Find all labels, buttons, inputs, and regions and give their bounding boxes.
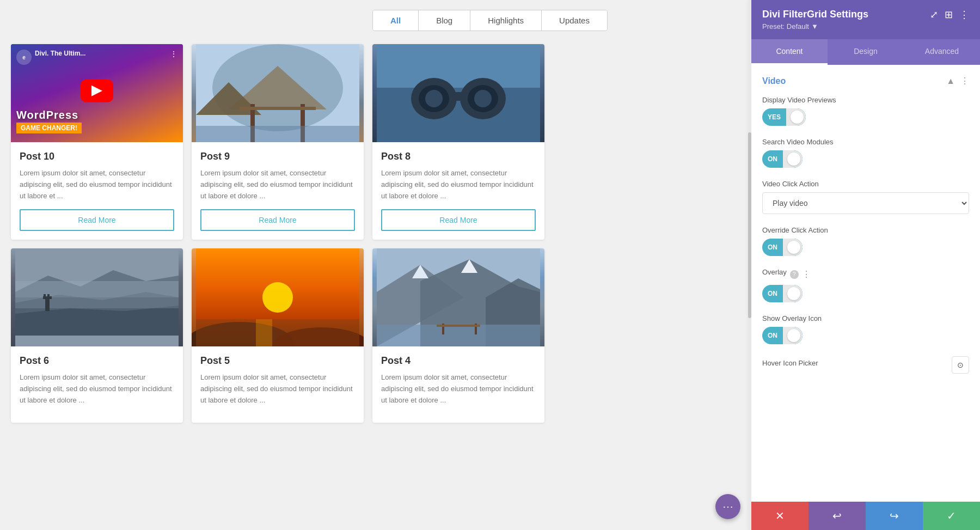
overlay-label-row: Overlay ? ⋮	[762, 268, 969, 281]
svg-point-15	[425, 90, 443, 107]
post6-title: Post 6	[20, 355, 174, 367]
post-grid: e Divi. The Ultim... ⋮ WordPress GAME CH…	[0, 44, 555, 423]
filter-tabs: All Blog Highlights Updates	[372, 10, 608, 31]
post4-title: Post 4	[381, 355, 536, 367]
save-button[interactable]: ✓	[923, 502, 980, 530]
read-more-post9[interactable]: Read More	[200, 209, 355, 231]
toggle-yes-knob-area	[786, 108, 806, 126]
card-post6: Post 6 Lorem ipsum dolor sit amet, conse…	[11, 248, 183, 422]
video-section-title: Video	[762, 76, 786, 86]
card-body-post4: Post 4 Lorem ipsum dolor sit amet, conse…	[372, 346, 544, 422]
post9-svg	[192, 44, 364, 142]
section-collapse-icon[interactable]: ▲	[946, 76, 955, 86]
toggle-on-label-override: ON	[762, 243, 783, 251]
search-video-modules-label: Search Video Modules	[762, 138, 969, 146]
toggle-on-knob-area-override	[783, 239, 803, 256]
setting-video-click-action: Video Click Action Play video Open light…	[762, 180, 969, 214]
svg-rect-22	[15, 297, 179, 308]
tab-all[interactable]: All	[373, 10, 419, 31]
read-more-post10[interactable]: Read More	[20, 209, 174, 231]
toggle-on-label-overlay-icon: ON	[762, 332, 783, 339]
svg-point-16	[474, 90, 492, 107]
svg-rect-21	[15, 281, 179, 297]
scrollbar-track	[748, 0, 751, 530]
show-overlay-icon-label: Show Overlay Icon	[762, 314, 969, 322]
video-click-action-label: Video Click Action	[762, 180, 969, 188]
video-click-action-select[interactable]: Play video Open lightbox Custom URL	[762, 192, 969, 214]
scrollbar-thumb[interactable]	[748, 132, 751, 318]
post9-title: Post 9	[200, 151, 355, 162]
video-more-icon[interactable]: ⋮	[170, 50, 177, 58]
tab-highlights[interactable]: Highlights	[470, 10, 542, 31]
override-click-action-toggle[interactable]: ON	[762, 239, 803, 256]
search-video-modules-toggle[interactable]: ON	[762, 150, 803, 168]
tab-content[interactable]: Content	[751, 39, 828, 65]
cancel-button[interactable]: ✕	[751, 502, 808, 530]
svg-rect-39	[377, 325, 540, 346]
toggle-on-knob-override	[787, 241, 800, 254]
expand-icon[interactable]: ⤢	[930, 9, 938, 21]
post6-image	[11, 248, 183, 346]
card-post9: Post 9 Lorem ipsum dolor sit amet, conse…	[192, 44, 364, 240]
card-body-post9: Post 9 Lorem ipsum dolor sit amet, conse…	[192, 142, 364, 240]
undo-button[interactable]: ↩	[808, 502, 866, 530]
post8-svg	[372, 44, 544, 142]
svg-rect-23	[45, 297, 50, 311]
toggle-yes-label: YES	[762, 113, 786, 121]
split-icon[interactable]: ⊞	[945, 9, 953, 21]
setting-display-video-previews: Display Video Previews YES	[762, 96, 969, 126]
play-button[interactable]	[81, 80, 113, 102]
tab-updates[interactable]: Updates	[542, 10, 607, 31]
setting-override-click-action: Override Click Action ON	[762, 226, 969, 256]
post6-excerpt: Lorem ipsum dolor sit amet, consectetur …	[20, 372, 174, 406]
settings-header-text: Divi FilterGrid Settings Preset: Default…	[762, 9, 868, 31]
post9-image	[192, 44, 364, 142]
svg-rect-31	[196, 319, 359, 346]
video-title: Divi. The Ultim...	[35, 50, 167, 57]
toggle-on-knob-overlay-icon	[787, 329, 800, 342]
toggle-yes-knob	[791, 111, 804, 124]
read-more-post8[interactable]: Read More	[381, 209, 536, 231]
post10-title: Post 10	[20, 151, 174, 162]
hover-icon-picker-btn[interactable]: ⊙	[952, 356, 969, 374]
toggle-on-knob-area-overlay	[783, 285, 803, 302]
overlay-label: Overlay	[762, 268, 787, 276]
post6-svg	[11, 248, 183, 346]
setting-overlay: Overlay ? ⋮ ON	[762, 268, 969, 302]
more-options-icon[interactable]: ⋮	[959, 9, 969, 21]
tab-blog[interactable]: Blog	[419, 10, 470, 31]
svg-rect-32	[256, 319, 272, 346]
post4-excerpt: Lorem ipsum dolor sit amet, consectetur …	[381, 372, 536, 406]
redo-button[interactable]: ↪	[866, 502, 923, 530]
fab-button[interactable]: ⋯	[715, 494, 740, 519]
display-video-previews-label: Display Video Previews	[762, 96, 969, 104]
overlay-help-icon[interactable]: ?	[790, 270, 799, 279]
show-overlay-icon-toggle[interactable]: ON	[762, 327, 803, 344]
overlay-more-icon[interactable]: ⋮	[802, 269, 811, 279]
card-post4: Post 4 Lorem ipsum dolor sit amet, conse…	[372, 248, 544, 422]
svg-rect-7	[196, 126, 359, 142]
card-post5: Post 5 Lorem ipsum dolor sit amet, conse…	[192, 248, 364, 422]
section-icons: ▲ ⋮	[946, 76, 969, 86]
card-body-post5: Post 5 Lorem ipsum dolor sit amet, conse…	[192, 346, 364, 422]
post5-excerpt: Lorem ipsum dolor sit amet, consectetur …	[200, 372, 355, 406]
post9-excerpt: Lorem ipsum dolor sit amet, consectetur …	[200, 168, 355, 202]
tab-design[interactable]: Design	[828, 39, 904, 65]
tab-advanced[interactable]: Advanced	[904, 39, 980, 65]
section-more-icon[interactable]: ⋮	[960, 76, 969, 86]
svg-rect-25	[44, 294, 46, 297]
overlay-toggle[interactable]: ON	[762, 285, 803, 302]
settings-header-icons: ⤢ ⊞ ⋮	[930, 9, 969, 21]
card-post8: Post 8 Lorem ipsum dolor sit amet, conse…	[372, 44, 544, 240]
settings-preset[interactable]: Preset: Default ▼	[762, 22, 868, 31]
svg-point-28	[262, 282, 293, 313]
post8-excerpt: Lorem ipsum dolor sit amet, consectetur …	[381, 168, 536, 202]
settings-tabs: Content Design Advanced	[751, 39, 980, 65]
post10-excerpt: Lorem ipsum dolor sit amet, consectetur …	[20, 168, 174, 202]
svg-rect-26	[47, 294, 50, 297]
post8-image	[372, 44, 544, 142]
display-video-previews-toggle[interactable]: YES	[762, 108, 806, 126]
card-body-post8: Post 8 Lorem ipsum dolor sit amet, conse…	[372, 142, 544, 240]
post8-title: Post 8	[381, 151, 536, 162]
preset-chevron-icon: ▼	[811, 22, 818, 31]
